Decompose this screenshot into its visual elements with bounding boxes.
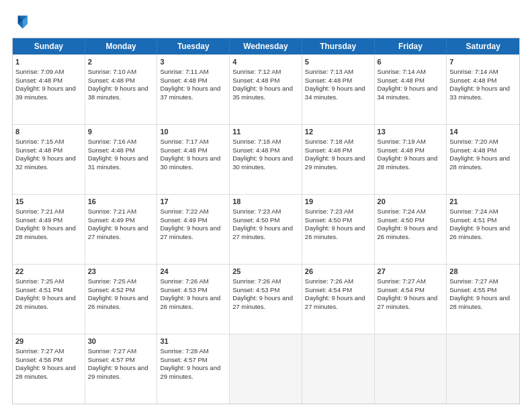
daylight-info: Daylight: 9 hours and 26 minutes. — [305, 224, 365, 240]
daylight-info: Daylight: 9 hours and 27 minutes. — [232, 294, 293, 310]
sunset-info: Sunset: 4:48 PM — [232, 146, 279, 154]
sunset-info: Sunset: 4:57 PM — [160, 356, 207, 363]
daylight-info: Daylight: 9 hours and 26 minutes. — [160, 294, 220, 310]
calendar-row-1: 8 Sunrise: 7:15 AM Sunset: 4:48 PM Dayli… — [13, 124, 519, 194]
sunrise-info: Sunrise: 7:25 AM — [88, 277, 136, 285]
daylight-info: Daylight: 9 hours and 26 minutes. — [378, 224, 438, 240]
sunset-info: Sunset: 4:52 PM — [88, 286, 135, 293]
calendar-cell: 8 Sunrise: 7:15 AM Sunset: 4:48 PM Dayli… — [13, 125, 85, 194]
calendar-cell: 23 Sunrise: 7:25 AM Sunset: 4:52 PM Dayl… — [85, 265, 158, 334]
sunset-info: Sunset: 4:55 PM — [449, 286, 496, 293]
daylight-info: Daylight: 9 hours and 28 minutes. — [15, 364, 76, 380]
daylight-info: Daylight: 9 hours and 26 minutes. — [88, 294, 148, 310]
calendar-cell: 2 Sunrise: 7:10 AM Sunset: 4:48 PM Dayli… — [85, 55, 158, 124]
sunrise-info: Sunrise: 7:18 AM — [305, 138, 353, 145]
sunrise-info: Sunrise: 7:12 AM — [232, 68, 281, 75]
day-number: 27 — [378, 267, 444, 277]
calendar-cell: 30 Sunrise: 7:27 AM Sunset: 4:57 PM Dayl… — [85, 334, 158, 404]
calendar-row-0: 1 Sunrise: 7:09 AM Sunset: 4:48 PM Dayli… — [13, 54, 519, 124]
calendar-cell — [230, 334, 302, 404]
daylight-info: Daylight: 9 hours and 27 minutes. — [232, 224, 293, 240]
day-number: 15 — [15, 197, 82, 207]
header-day-wednesday: Wednesday — [230, 38, 302, 54]
day-number: 6 — [378, 57, 444, 67]
calendar-cell: 19 Sunrise: 7:23 AM Sunset: 4:50 PM Dayl… — [302, 195, 375, 264]
sunrise-info: Sunrise: 7:22 AM — [160, 208, 208, 215]
calendar-cell: 21 Sunrise: 7:24 AM Sunset: 4:51 PM Dayl… — [447, 195, 519, 264]
calendar-cell: 5 Sunrise: 7:13 AM Sunset: 4:48 PM Dayli… — [302, 55, 375, 124]
calendar-row-4: 29 Sunrise: 7:27 AM Sunset: 4:56 PM Dayl… — [13, 334, 519, 404]
logo — [12, 12, 34, 31]
daylight-info: Daylight: 9 hours and 29 minutes. — [88, 364, 148, 380]
daylight-info: Daylight: 9 hours and 33 minutes. — [449, 85, 510, 101]
sunset-info: Sunset: 4:48 PM — [88, 77, 135, 84]
daylight-info: Daylight: 9 hours and 29 minutes. — [160, 364, 220, 380]
day-number: 20 — [378, 197, 444, 207]
day-number: 26 — [305, 267, 371, 277]
daylight-info: Daylight: 9 hours and 27 minutes. — [160, 224, 220, 240]
calendar-cell: 4 Sunrise: 7:12 AM Sunset: 4:48 PM Dayli… — [230, 55, 302, 124]
daylight-info: Daylight: 9 hours and 27 minutes. — [88, 224, 148, 240]
day-number: 21 — [449, 197, 517, 207]
sunset-info: Sunset: 4:48 PM — [160, 77, 207, 84]
sunrise-info: Sunrise: 7:17 AM — [160, 138, 208, 145]
sunrise-info: Sunrise: 7:24 AM — [449, 208, 498, 215]
calendar-cell: 11 Sunrise: 7:18 AM Sunset: 4:48 PM Dayl… — [230, 125, 302, 194]
calendar-cell: 20 Sunrise: 7:24 AM Sunset: 4:50 PM Dayl… — [375, 195, 447, 264]
header-day-friday: Friday — [375, 38, 447, 54]
calendar-cell: 27 Sunrise: 7:27 AM Sunset: 4:54 PM Dayl… — [375, 265, 447, 334]
day-number: 12 — [305, 127, 371, 137]
day-number: 13 — [378, 127, 444, 137]
sunset-info: Sunset: 4:48 PM — [160, 146, 207, 154]
calendar-cell: 24 Sunrise: 7:26 AM Sunset: 4:53 PM Dayl… — [157, 265, 230, 334]
sunset-info: Sunset: 4:53 PM — [160, 286, 207, 293]
calendar-row-3: 22 Sunrise: 7:25 AM Sunset: 4:51 PM Dayl… — [13, 264, 519, 334]
daylight-info: Daylight: 9 hours and 30 minutes. — [232, 154, 293, 171]
calendar-cell: 25 Sunrise: 7:26 AM Sunset: 4:53 PM Dayl… — [230, 265, 302, 334]
day-number: 17 — [160, 197, 226, 207]
daylight-info: Daylight: 9 hours and 30 minutes. — [160, 154, 220, 171]
sunset-info: Sunset: 4:48 PM — [378, 146, 425, 154]
sunset-info: Sunset: 4:48 PM — [305, 146, 352, 154]
calendar-cell: 1 Sunrise: 7:09 AM Sunset: 4:48 PM Dayli… — [13, 55, 85, 124]
day-number: 14 — [449, 127, 517, 137]
daylight-info: Daylight: 9 hours and 26 minutes. — [449, 224, 510, 240]
header — [12, 12, 520, 31]
sunrise-info: Sunrise: 7:18 AM — [232, 138, 281, 145]
day-number: 22 — [15, 267, 82, 277]
calendar-cell: 22 Sunrise: 7:25 AM Sunset: 4:51 PM Dayl… — [13, 265, 85, 334]
header-day-sunday: Sunday — [13, 38, 85, 54]
calendar-cell: 14 Sunrise: 7:20 AM Sunset: 4:48 PM Dayl… — [447, 125, 519, 194]
sunrise-info: Sunrise: 7:09 AM — [15, 68, 64, 75]
calendar-cell: 6 Sunrise: 7:14 AM Sunset: 4:48 PM Dayli… — [375, 55, 447, 124]
sunrise-info: Sunrise: 7:20 AM — [449, 138, 498, 145]
day-number: 11 — [232, 127, 299, 137]
day-number: 23 — [88, 267, 154, 277]
day-number: 2 — [88, 57, 154, 67]
sunrise-info: Sunrise: 7:27 AM — [449, 277, 498, 285]
header-day-tuesday: Tuesday — [157, 38, 230, 54]
sunset-info: Sunset: 4:50 PM — [378, 216, 425, 224]
day-number: 30 — [88, 336, 154, 347]
day-number: 25 — [232, 267, 299, 277]
daylight-info: Daylight: 9 hours and 28 minutes. — [15, 224, 76, 240]
calendar-cell: 16 Sunrise: 7:21 AM Sunset: 4:49 PM Dayl… — [85, 195, 158, 264]
sunrise-info: Sunrise: 7:21 AM — [88, 208, 136, 215]
calendar-cell: 13 Sunrise: 7:19 AM Sunset: 4:48 PM Dayl… — [375, 125, 447, 194]
sunrise-info: Sunrise: 7:27 AM — [15, 347, 64, 355]
sunset-info: Sunset: 4:51 PM — [449, 216, 496, 224]
calendar-cell: 29 Sunrise: 7:27 AM Sunset: 4:56 PM Dayl… — [13, 334, 85, 404]
calendar-cell: 17 Sunrise: 7:22 AM Sunset: 4:49 PM Dayl… — [157, 195, 230, 264]
sunrise-info: Sunrise: 7:11 AM — [160, 68, 208, 75]
sunset-info: Sunset: 4:56 PM — [15, 356, 62, 363]
calendar: SundayMondayTuesdayWednesdayThursdayFrid… — [12, 38, 520, 404]
day-number: 24 — [160, 267, 226, 277]
logo-icon — [12, 12, 31, 31]
calendar-cell: 28 Sunrise: 7:27 AM Sunset: 4:55 PM Dayl… — [447, 265, 519, 334]
sunset-info: Sunset: 4:48 PM — [15, 77, 62, 84]
sunrise-info: Sunrise: 7:13 AM — [305, 68, 353, 75]
daylight-info: Daylight: 9 hours and 29 minutes. — [305, 154, 365, 171]
calendar-cell: 15 Sunrise: 7:21 AM Sunset: 4:49 PM Dayl… — [13, 195, 85, 264]
sunrise-info: Sunrise: 7:16 AM — [88, 138, 136, 145]
sunrise-info: Sunrise: 7:24 AM — [378, 208, 426, 215]
